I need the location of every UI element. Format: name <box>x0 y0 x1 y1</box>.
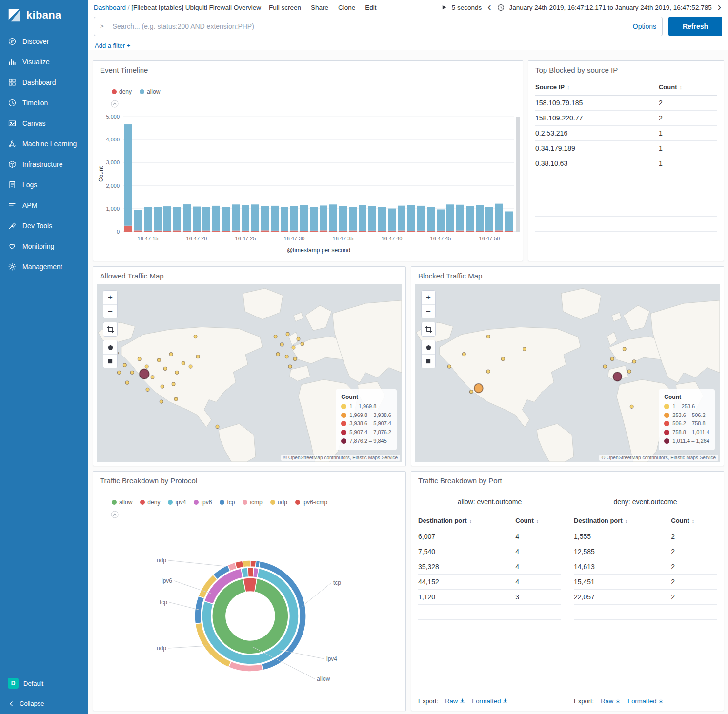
sunburst-segment-tcp[interactable] <box>256 561 260 568</box>
map-fit-bounds-button[interactable] <box>422 322 435 336</box>
map-point[interactable] <box>172 382 175 386</box>
map-point[interactable] <box>189 365 192 368</box>
menu-full-screen[interactable]: Full screen <box>269 4 301 11</box>
legend-item-tcp[interactable]: tcp <box>220 499 235 506</box>
add-filter-link[interactable]: Add a filter + <box>95 42 130 49</box>
map-point[interactable] <box>274 335 277 338</box>
map-point[interactable] <box>182 361 185 365</box>
legend-collapse-button[interactable] <box>111 511 119 520</box>
map-point[interactable] <box>123 363 126 367</box>
legend-item-deny[interactable]: deny <box>112 88 132 95</box>
refresh-button[interactable]: Refresh <box>668 17 722 36</box>
column-header-source-ip[interactable]: Source IP↕ <box>535 79 659 96</box>
table-row[interactable]: 1,5552 <box>574 529 717 544</box>
time-back-chevron-icon[interactable]: ‹ <box>486 2 492 13</box>
legend-item-udp[interactable]: udp <box>270 499 287 506</box>
menu-share[interactable]: Share <box>311 4 328 11</box>
legend-item-allow[interactable]: allow <box>112 499 132 506</box>
protocol-sunburst-chart[interactable]: udpipv6tcpudptcpipv4allow <box>93 520 406 706</box>
table-row[interactable]: 44,1524 <box>418 575 561 590</box>
map-point[interactable] <box>613 372 622 381</box>
map-point[interactable] <box>216 425 219 428</box>
map-zoom-out-button[interactable]: − <box>422 304 435 318</box>
table-row[interactable]: 0.38.10.631 <box>535 156 717 171</box>
export-raw-link[interactable]: Raw <box>445 697 465 705</box>
sidebar-item-infrastructure[interactable]: Infrastructure <box>0 154 88 175</box>
sidebar-item-apm[interactable]: APM <box>0 195 88 216</box>
map-point[interactable] <box>163 367 167 370</box>
map-point[interactable] <box>462 352 465 356</box>
legend-item-deny[interactable]: deny <box>140 499 160 506</box>
map-zoom-in-button[interactable]: + <box>422 291 435 304</box>
menu-edit[interactable]: Edit <box>365 4 376 11</box>
legend-collapse-button[interactable] <box>111 100 119 109</box>
table-row[interactable]: 6,0074 <box>418 529 561 544</box>
sidebar-item-logs[interactable]: Logs <box>0 175 88 195</box>
map-point[interactable] <box>447 365 451 368</box>
column-header-count[interactable]: Count↕ <box>515 513 561 529</box>
export-formatted-link[interactable]: Formatted <box>627 697 664 705</box>
map-point[interactable] <box>486 335 490 338</box>
map-point[interactable] <box>627 370 631 373</box>
sidebar-item-monitoring[interactable]: Monitoring <box>0 236 88 257</box>
legend-item-ipv6[interactable]: ipv6 <box>194 499 212 506</box>
table-row[interactable]: 22,0572 <box>574 590 717 605</box>
map-point[interactable] <box>501 357 505 361</box>
event-timeline-chart[interactable]: 01,0002,0003,0004,0005,00016:47:1516:47:… <box>97 110 520 256</box>
map-point[interactable] <box>174 397 178 401</box>
map-point[interactable] <box>130 371 134 374</box>
collapse-button[interactable]: Collapse <box>0 694 88 714</box>
column-header-count[interactable]: Count↕ <box>659 79 717 96</box>
map-point[interactable] <box>285 355 288 358</box>
allowed-map-canvas[interactable]: +− Count1 – 1,969.81,969.8 – 3,938.63,93… <box>97 284 402 462</box>
play-refresh-icon[interactable] <box>442 4 447 10</box>
map-point[interactable] <box>486 370 490 373</box>
map-draw-polygon-button[interactable] <box>422 340 435 354</box>
map-point[interactable] <box>630 405 633 408</box>
export-formatted-link[interactable]: Formatted <box>472 697 508 705</box>
sidebar-item-discover[interactable]: Discover <box>0 31 88 52</box>
map-fit-bounds-button[interactable] <box>103 322 117 336</box>
map-point[interactable] <box>474 384 483 393</box>
table-row[interactable]: 0.34.179.1891 <box>535 141 717 156</box>
query-options-link[interactable]: Options <box>633 22 656 30</box>
blocked-map-canvas[interactable]: +− Count1 – 253.6253.6 – 506.2506.2 – 75… <box>415 284 720 462</box>
map-draw-rectangle-button[interactable] <box>103 354 117 368</box>
map-point[interactable] <box>140 369 149 379</box>
legend-item-icmp[interactable]: icmp <box>243 499 262 506</box>
table-row[interactable]: 1,1203 <box>418 590 561 605</box>
map-point[interactable] <box>280 343 283 346</box>
table-row[interactable]: 158.109.220.772 <box>535 111 717 126</box>
map-point[interactable] <box>175 371 179 374</box>
map-point[interactable] <box>194 335 197 338</box>
legend-item-ipv6-icmp[interactable]: ipv6-icmp <box>295 499 327 506</box>
map-point[interactable] <box>196 355 200 358</box>
sidebar-item-dashboard[interactable]: Dashboard <box>0 72 88 93</box>
map-draw-polygon-button[interactable] <box>103 340 117 354</box>
kibana-logo[interactable]: kibana <box>0 0 88 31</box>
space-switcher[interactable]: D Default <box>0 673 88 694</box>
table-row[interactable]: 12,5852 <box>574 544 717 559</box>
sidebar-item-timelion[interactable]: Timelion <box>0 93 88 113</box>
time-forward-chevron-icon[interactable]: › <box>717 2 722 13</box>
export-raw-link[interactable]: Raw <box>601 697 621 705</box>
menu-clone[interactable]: Clone <box>338 4 355 11</box>
column-header-count[interactable]: Count↕ <box>671 513 717 529</box>
map-point[interactable] <box>632 360 636 363</box>
map-zoom-in-button[interactable]: + <box>103 291 117 304</box>
table-row[interactable]: 35,3284 <box>418 559 561 575</box>
time-range-label[interactable]: January 24th 2019, 16:47:12.171 to Janua… <box>509 4 712 11</box>
map-point[interactable] <box>151 376 154 379</box>
refresh-interval-label[interactable]: 5 seconds <box>452 4 482 11</box>
table-row[interactable]: 0.2.53.2161 <box>535 126 717 141</box>
map-point[interactable] <box>603 365 607 368</box>
map-point[interactable] <box>125 381 129 384</box>
table-row[interactable]: 7,5404 <box>418 544 561 559</box>
map-point[interactable] <box>523 347 526 351</box>
map-point[interactable] <box>138 357 141 361</box>
map-point[interactable] <box>469 390 473 394</box>
sunburst-segment-udp[interactable] <box>243 560 250 567</box>
map-point[interactable] <box>293 357 297 361</box>
sidebar-item-machine-learning[interactable]: Machine Learning <box>0 134 88 154</box>
map-point[interactable] <box>276 352 280 356</box>
